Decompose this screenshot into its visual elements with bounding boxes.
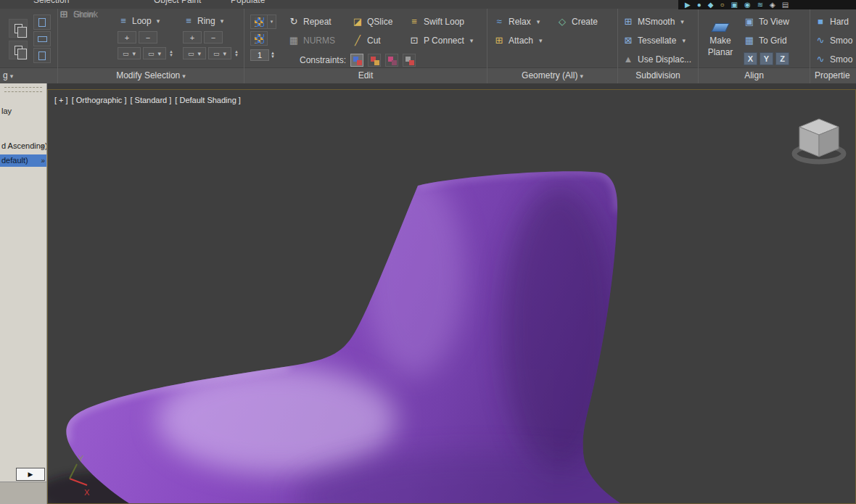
align-z-button[interactable]: Z xyxy=(775,52,789,65)
ring-grow-button[interactable]: + xyxy=(183,31,202,44)
nurms-label: NURMS xyxy=(303,36,335,46)
tab-selection[interactable]: Selection xyxy=(33,0,69,8)
loop-mode-dropdown[interactable]: ▭ ▾ xyxy=(118,47,141,59)
viewport[interactable]: [ + ] [ Orthographic ] [ Standard ] [ De… xyxy=(47,89,856,504)
ring-button[interactable]: ≡ Ring ▾ xyxy=(183,15,244,28)
viewport-menu-pov[interactable]: [ Orthographic ] xyxy=(72,96,127,104)
panel-tabs-icon[interactable]: ▤ xyxy=(782,0,789,9)
segments-value-field[interactable]: 1 xyxy=(250,49,269,61)
constraint-face-button[interactable] xyxy=(385,54,398,67)
make-planar-button[interactable]: Make Planar xyxy=(703,13,738,67)
loop-button[interactable]: ≡ Loop ▾ xyxy=(118,15,178,28)
spin-down-icon: ▼ xyxy=(169,54,173,57)
panel-title-label: Subdivision xyxy=(635,70,680,80)
tweak-uvs-group xyxy=(250,31,268,46)
loop-grow-button[interactable]: + xyxy=(118,31,136,44)
viewport-menu-shading[interactable]: [ Default Shading ] xyxy=(175,96,241,104)
panel-grip[interactable] xyxy=(4,87,42,92)
lights-icon[interactable]: ○ xyxy=(720,0,724,9)
qslice-button[interactable]: ◪ QSlice xyxy=(352,16,392,28)
ring-shrink-button[interactable]: − xyxy=(204,31,223,44)
p-connect-button[interactable]: ⊡ P Connect ▾ xyxy=(408,35,473,46)
viewport-menu-style[interactable]: [ Standard ] xyxy=(130,96,171,104)
align-x-button[interactable]: X xyxy=(744,52,757,65)
preserve-uvs-button[interactable] xyxy=(250,15,268,29)
create-button[interactable]: ◇ Create xyxy=(556,16,598,28)
panel-title-properties[interactable]: Propertie xyxy=(810,68,856,84)
to-view-button[interactable]: ▣ To View xyxy=(744,16,789,28)
subobject-polygon-button[interactable] xyxy=(33,48,51,63)
tab-populate[interactable]: Populate xyxy=(231,0,265,8)
panel-title-subdivision[interactable]: Subdivision xyxy=(618,68,698,84)
use-displacement-label: Use Displac... xyxy=(638,54,691,65)
shrink-button[interactable]: ⊟ Shrink xyxy=(58,9,98,20)
ring-spinner[interactable]: ▲ ▼ xyxy=(234,50,239,57)
attach-button[interactable]: ⊞ Attach ▾ xyxy=(493,35,543,46)
sidebar-item-default-selected[interactable]: default) » xyxy=(0,154,46,167)
ring-shift-dropdown[interactable]: ▭ ▾ xyxy=(208,47,231,59)
paste-selection-button[interactable] xyxy=(9,41,28,59)
chevron-down-icon: ▾ xyxy=(680,18,684,25)
constraints-group: Constraints: xyxy=(300,54,416,67)
segments-spinner[interactable]: ▲ ▼ xyxy=(271,51,275,59)
expand-panel-button[interactable]: ▶ xyxy=(16,468,45,481)
repeat-button[interactable]: ↻ Repeat xyxy=(288,16,332,28)
loop-icon: ≡ xyxy=(118,15,129,27)
create-icon: ◇ xyxy=(556,16,568,28)
viewport-menu-general[interactable]: [ + ] xyxy=(54,96,68,104)
msmooth-button[interactable]: ⊞ MSmooth ▾ xyxy=(622,16,684,28)
msmooth-label: MSmooth xyxy=(638,17,675,27)
sidebar-item-sort-ascending[interactable]: d Ascending) » xyxy=(0,140,46,152)
loop-spinner[interactable]: ▲ ▼ xyxy=(169,50,173,57)
sidebar-item-display[interactable]: lay xyxy=(0,105,46,117)
p-connect-icon: ⊡ xyxy=(408,35,420,46)
constraint-edge-button[interactable] xyxy=(368,54,381,67)
panel-title-label: Modify Selection xyxy=(116,70,180,80)
cut-button[interactable]: ╱ Cut xyxy=(352,35,381,46)
panel-title-align[interactable]: Align xyxy=(699,68,810,84)
constraint-normal-button[interactable] xyxy=(403,54,416,67)
panel-title-edit[interactable]: Edit xyxy=(244,68,487,84)
helpers-icon[interactable]: ◉ xyxy=(744,0,751,9)
systems-icon[interactable]: ◈ xyxy=(770,0,775,9)
pointer-icon[interactable]: ▶ xyxy=(685,0,691,9)
spacewarps-icon[interactable]: ≋ xyxy=(757,0,763,9)
preserve-uvs-group: ▾ xyxy=(250,15,276,29)
subobject-vertex-button[interactable] xyxy=(33,15,51,30)
smooth-edges-button[interactable]: ∿ Smoo xyxy=(815,35,852,46)
msmooth-icon: ⊞ xyxy=(622,16,634,28)
panel-title-geometry-all[interactable]: Geometry (All)▾ xyxy=(487,68,617,84)
preserve-uvs-dropdown[interactable]: ▾ xyxy=(268,15,276,29)
smooth-30-button[interactable]: ∿ Smoo xyxy=(815,54,852,65)
align-axis-group: X Y Z xyxy=(744,52,789,65)
chair-model[interactable] xyxy=(66,171,672,504)
viewcube[interactable] xyxy=(794,119,844,162)
cameras-icon[interactable]: ▣ xyxy=(731,0,738,9)
subobject-edge-button[interactable] xyxy=(33,31,51,46)
to-grid-button[interactable]: ▦ To Grid xyxy=(744,35,787,46)
use-displacement-button[interactable]: ▲ Use Displac... xyxy=(622,54,691,65)
align-y-button[interactable]: Y xyxy=(760,52,773,65)
geometry-icon[interactable]: ● xyxy=(697,0,701,9)
viewport-label-bar: [ + ] [ Orthographic ] [ Standard ] [ De… xyxy=(54,96,241,104)
swift-loop-button[interactable]: ≡ Swift Loop xyxy=(408,16,464,28)
tessellate-label: Tessellate xyxy=(638,36,676,46)
panel-title-modify-selection[interactable]: Modify Selection▾ xyxy=(58,68,244,84)
panel-divider xyxy=(244,9,244,83)
swift-loop-label: Swift Loop xyxy=(424,17,464,27)
shapes-icon[interactable]: ◆ xyxy=(708,0,714,9)
nurms-button[interactable]: ▦ NURMS xyxy=(288,35,335,46)
tab-object-paint[interactable]: Object Paint xyxy=(154,0,201,8)
tessellate-button[interactable]: ⊠ Tessellate ▾ xyxy=(622,35,686,46)
loop-shrink-button[interactable]: − xyxy=(139,31,157,44)
panel-title-polygon-modeling[interactable]: g▾ xyxy=(0,68,57,84)
constraint-none-button[interactable] xyxy=(350,54,363,67)
ring-mode-dropdown[interactable]: ▭ ▾ xyxy=(183,47,206,59)
chevron-down-icon: ▾ xyxy=(682,37,686,44)
tweak-uvs-button[interactable] xyxy=(250,31,268,46)
hard-edges-button[interactable]: ■ Hard xyxy=(815,16,849,28)
loop-shift-dropdown[interactable]: ▭ ▾ xyxy=(143,47,166,59)
copy-selection-button[interactable] xyxy=(9,19,28,38)
chevron-down-icon: ▾ xyxy=(539,37,543,44)
relax-button[interactable]: ≈ Relax ▾ xyxy=(493,16,540,28)
